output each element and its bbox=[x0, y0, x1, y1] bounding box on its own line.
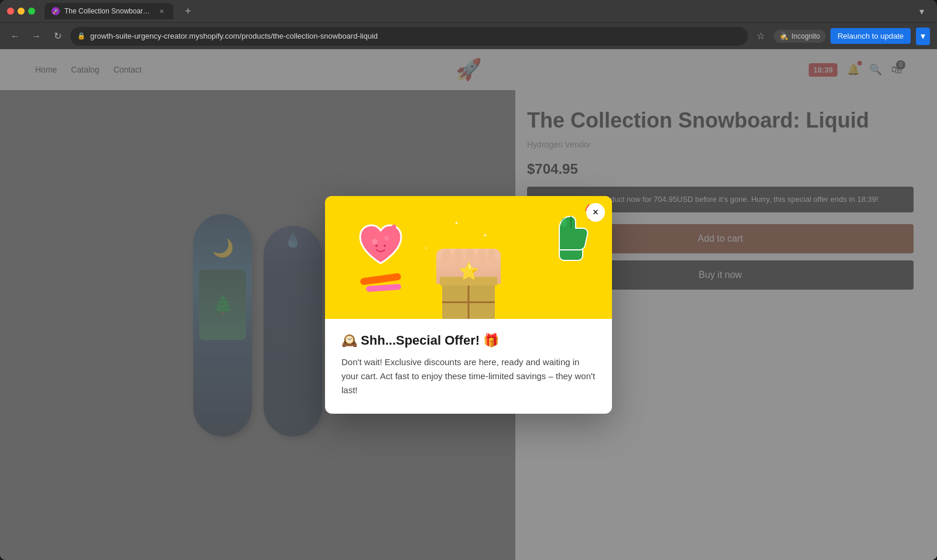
sparkle-icon: • bbox=[426, 245, 428, 250]
page-content: Home Catalog Contact 🚀 18:39 🔔 🔍 🛍 0 bbox=[0, 49, 937, 560]
incognito-label: Incognito bbox=[792, 32, 820, 40]
svg-point-5 bbox=[561, 218, 567, 227]
tab-close-button[interactable]: ✕ bbox=[157, 6, 166, 16]
toolbar-right: ☆ 🕵️ Incognito Relaunch to update ▾ bbox=[753, 28, 930, 45]
traffic-lights bbox=[7, 8, 35, 15]
gift-center: ⭐ bbox=[433, 196, 504, 319]
chevron-down-icon: ▾ bbox=[921, 30, 925, 42]
lock-icon: 🔒 bbox=[77, 32, 86, 40]
maximize-window-button[interactable] bbox=[28, 8, 35, 15]
svg-point-3 bbox=[384, 245, 386, 247]
heart-sticker bbox=[354, 219, 407, 291]
modal-close-button[interactable]: × bbox=[586, 203, 605, 222]
browser-tab[interactable]: 🚀 The Collection Snowboard: L... ✕ bbox=[45, 3, 173, 19]
incognito-icon: 🕵️ bbox=[779, 32, 788, 40]
svg-point-0 bbox=[372, 239, 378, 245]
address-bar[interactable]: 🔒 growth-suite-urgency-creator.myshopify… bbox=[70, 27, 748, 46]
modal-title: 🕰️ Shh...Special Offer! 🎁 bbox=[341, 333, 596, 348]
bookmark-star-icon[interactable]: ☆ bbox=[753, 28, 769, 44]
close-window-button[interactable] bbox=[7, 8, 14, 15]
back-button[interactable]: ← bbox=[7, 28, 23, 44]
modal-image-area: × ✦ ✦ • ✦ • ✦ bbox=[325, 196, 612, 319]
minimize-window-button[interactable] bbox=[18, 8, 25, 15]
tab-title: The Collection Snowboard: L... bbox=[64, 7, 152, 15]
browser-menu-button[interactable]: ▾ bbox=[914, 3, 930, 19]
modal-overlay: × ✦ ✦ • ✦ • ✦ bbox=[0, 49, 937, 560]
svg-point-1 bbox=[384, 236, 389, 241]
browser-titlebar: 🚀 The Collection Snowboard: L... ✕ + ▾ bbox=[0, 0, 937, 22]
modal-body: 🕰️ Shh...Special Offer! 🎁 Don't wait! Ex… bbox=[325, 319, 612, 414]
relaunch-dropdown-button[interactable]: ▾ bbox=[916, 28, 930, 45]
svg-point-2 bbox=[375, 245, 378, 247]
forward-button[interactable]: → bbox=[28, 28, 45, 44]
relaunch-button[interactable]: Relaunch to update bbox=[830, 28, 911, 44]
incognito-badge: 🕵️ Incognito bbox=[774, 30, 826, 43]
reload-button[interactable]: ↻ bbox=[49, 28, 66, 44]
tab-favicon-icon: 🚀 bbox=[52, 7, 60, 15]
special-offer-modal: × ✦ ✦ • ✦ • ✦ bbox=[325, 196, 612, 414]
modal-body-text: Don't wait! Exclusive discounts are here… bbox=[341, 355, 596, 397]
new-tab-button[interactable]: + bbox=[180, 4, 196, 19]
browser-toolbar: ← → ↻ 🔒 growth-suite-urgency-creator.mys… bbox=[0, 22, 937, 49]
relaunch-label: Relaunch to update bbox=[837, 32, 904, 40]
browser-window: 🚀 The Collection Snowboard: L... ✕ + ▾ ←… bbox=[0, 0, 937, 560]
url-text: growth-suite-urgency-creator.myshopify.c… bbox=[90, 32, 378, 40]
